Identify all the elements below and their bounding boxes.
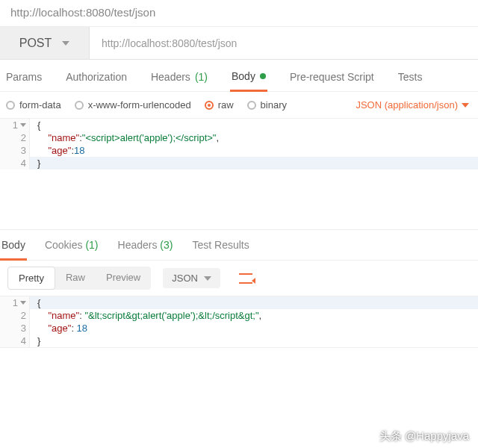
- body-type-row: form-data x-www-form-urlencoded raw bina…: [0, 92, 478, 119]
- request-tabs: Params Authorization Headers (1) Body Pr…: [0, 60, 478, 92]
- resp-tab-body[interactable]: Body: [0, 239, 27, 261]
- code-line[interactable]: 3 "age": 18: [0, 322, 478, 335]
- code-content: }: [30, 157, 40, 169]
- tab-headers[interactable]: Headers (1): [149, 70, 209, 91]
- formdata-label: form-data: [19, 99, 61, 111]
- format-label: JSON: [172, 273, 198, 284]
- chevron-down-icon: [62, 41, 69, 46]
- response-body-editor[interactable]: 1{2 "name": "&lt;script&gt;alert('apple'…: [0, 296, 478, 348]
- line-gutter: 3: [0, 144, 30, 157]
- request-row: POST http://localhost:8080/test/json: [0, 27, 478, 60]
- content-type-select[interactable]: JSON (application/json): [356, 99, 469, 111]
- bodytype-urlencoded[interactable]: x-www-form-urlencoded: [75, 99, 191, 111]
- line-gutter: 3: [0, 322, 30, 335]
- tab-body[interactable]: Body: [230, 70, 267, 92]
- code-line[interactable]: 1{: [0, 296, 478, 309]
- headers-count: (1): [195, 71, 208, 83]
- code-content: "name": "&lt;script&gt;alert('apple');&l…: [30, 309, 261, 322]
- response-tabs: Body Cookies (1) Headers (3) Test Result…: [0, 230, 478, 261]
- modified-dot-icon: [260, 73, 266, 79]
- view-pretty[interactable]: Pretty: [7, 267, 55, 290]
- resp-headers-count: (3): [160, 239, 173, 251]
- content-type-label: JSON (application/json): [356, 99, 458, 111]
- line-gutter: 2: [0, 309, 30, 322]
- code-content: "name":"<script>alert('apple');</script>…: [30, 131, 219, 144]
- bodytype-raw[interactable]: raw: [205, 99, 234, 111]
- method-select[interactable]: POST: [0, 27, 90, 59]
- code-content: {: [30, 119, 40, 131]
- resp-headers-label: Headers: [118, 239, 158, 251]
- line-gutter: 4: [0, 157, 30, 169]
- tab-params[interactable]: Params: [4, 70, 43, 91]
- cookies-label: Cookies: [45, 239, 83, 251]
- response-view-row: Pretty Raw Preview JSON: [0, 261, 478, 296]
- urlencoded-label: x-www-form-urlencoded: [88, 99, 191, 111]
- request-body-editor[interactable]: 1{2 "name":"<script>alert('apple');</scr…: [0, 119, 478, 230]
- code-content: "age": 18: [30, 322, 87, 335]
- binary-label: binary: [261, 99, 287, 111]
- radio-icon: [75, 101, 84, 110]
- code-content: "age":18: [30, 144, 84, 157]
- chevron-down-icon: [204, 276, 211, 281]
- view-preview[interactable]: Preview: [96, 267, 151, 290]
- code-line[interactable]: 1{: [0, 119, 478, 131]
- wrap-lines-button[interactable]: [234, 268, 258, 289]
- cookies-count: (1): [85, 239, 98, 251]
- view-raw[interactable]: Raw: [55, 267, 96, 290]
- tab-prerequest[interactable]: Pre-request Script: [288, 70, 376, 91]
- method-label: POST: [19, 37, 52, 50]
- watermark: 头条 @Happyjava: [379, 429, 469, 444]
- page-url: http://localhost:8080/test/json: [0, 0, 478, 27]
- format-select[interactable]: JSON: [163, 268, 220, 288]
- tab-body-label: Body: [232, 70, 255, 82]
- resp-tab-headers[interactable]: Headers (3): [117, 239, 175, 260]
- bodytype-binary[interactable]: binary: [247, 99, 287, 111]
- code-line[interactable]: 2 "name": "&lt;script&gt;alert('apple');…: [0, 309, 478, 322]
- code-content: }: [30, 335, 40, 347]
- url-value: http://localhost:8080/test/json: [102, 37, 237, 49]
- code-line[interactable]: 3 "age":18: [0, 144, 478, 157]
- line-gutter: 4: [0, 335, 30, 347]
- resp-tab-testresults[interactable]: Test Results: [190, 239, 250, 260]
- raw-label: raw: [218, 99, 234, 111]
- line-gutter: 2: [0, 131, 30, 144]
- code-line[interactable]: 4}: [0, 335, 478, 347]
- line-gutter: 1: [0, 296, 30, 309]
- code-content: {: [30, 296, 40, 309]
- radio-icon: [6, 101, 15, 110]
- bodytype-formdata[interactable]: form-data: [6, 99, 61, 111]
- wrap-icon: [239, 273, 252, 284]
- chevron-down-icon: [462, 103, 469, 108]
- fold-icon[interactable]: [20, 123, 26, 127]
- line-gutter: 1: [0, 119, 30, 131]
- resp-tab-cookies[interactable]: Cookies (1): [43, 239, 100, 260]
- code-line[interactable]: 2 "name":"<script>alert('apple');</scrip…: [0, 131, 478, 144]
- tab-tests[interactable]: Tests: [397, 70, 424, 91]
- radio-icon: [247, 101, 256, 110]
- fold-icon[interactable]: [20, 301, 26, 305]
- code-line[interactable]: 4}: [0, 157, 478, 169]
- view-segmented: Pretty Raw Preview: [7, 267, 151, 290]
- radio-icon: [205, 101, 214, 110]
- url-input[interactable]: http://localhost:8080/test/json: [90, 27, 478, 59]
- tab-headers-label: Headers: [151, 71, 190, 83]
- tab-authorization[interactable]: Authorization: [64, 70, 128, 91]
